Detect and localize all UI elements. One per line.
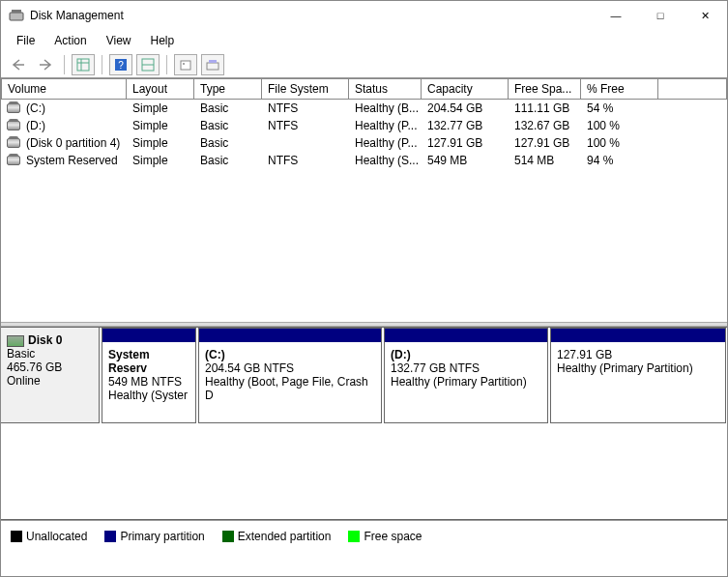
cell-free: 514 MB: [509, 154, 581, 167]
toolbar-list-icon[interactable]: [136, 54, 160, 75]
disk-state: Online: [7, 374, 93, 388]
cell-free: 111.11 GB: [509, 101, 581, 115]
minimize-button[interactable]: —: [594, 1, 638, 30]
col-layout[interactable]: Layout: [127, 78, 194, 100]
partition-bar: [199, 329, 381, 342]
col-spacer: [658, 78, 727, 100]
cell-free: 132.67 GB: [509, 119, 581, 132]
disk-map: Disk 0 Basic 465.76 GB Online System Res…: [1, 327, 727, 520]
partition[interactable]: (D:)132.77 GB NTFSHealthy (Primary Parti…: [384, 328, 548, 423]
window-title: Disk Management: [30, 9, 594, 22]
disk-label: Disk 0: [28, 333, 62, 347]
drive-icon: [7, 156, 20, 165]
legend-free: Free space: [364, 530, 422, 543]
maximize-button[interactable]: □: [638, 1, 683, 30]
partition-size: 132.77 GB NTFS: [391, 361, 541, 375]
partition-name: (C:): [205, 348, 375, 361]
cell-status: Healthy (S...: [349, 154, 422, 167]
partition-bar: [551, 329, 725, 342]
menu-help[interactable]: Help: [141, 32, 185, 49]
partition-bar: [102, 329, 195, 342]
disk-icon: [7, 335, 24, 347]
cell-capacity: 549 MB: [422, 154, 509, 167]
cell-type: Basic: [194, 119, 262, 132]
cell-status: Healthy (B...: [349, 101, 422, 115]
table-row[interactable]: System ReservedSimpleBasicNTFSHealthy (S…: [1, 152, 727, 169]
col-freespace[interactable]: Free Spa...: [509, 78, 581, 100]
col-capacity[interactable]: Capacity: [422, 78, 509, 100]
menu-view[interactable]: View: [97, 32, 141, 49]
partition[interactable]: 127.91 GBHealthy (Primary Partition): [550, 328, 726, 423]
cell-fs: NTFS: [262, 119, 349, 132]
cell-name: (Disk 0 partition 4): [1, 136, 127, 150]
legend: Unallocated Primary partition Extended p…: [1, 520, 727, 551]
cell-type: Basic: [194, 154, 262, 167]
col-status[interactable]: Status: [349, 78, 422, 100]
toolbar-settings-icon[interactable]: [201, 54, 224, 75]
svg-text:?: ?: [118, 60, 124, 71]
partition[interactable]: System Reserv549 MB NTFSHealthy (Syster: [102, 328, 196, 423]
cell-capacity: 127.91 GB: [422, 136, 509, 150]
toolbar: ?: [1, 51, 727, 78]
partition-bar: [385, 329, 547, 342]
legend-unallocated: Unallocated: [26, 530, 87, 543]
table-row[interactable]: (Disk 0 partition 4)SimpleBasicHealthy (…: [1, 134, 727, 152]
cell-pct: 94 %: [581, 154, 658, 167]
disk-info[interactable]: Disk 0 Basic 465.76 GB Online: [1, 328, 100, 423]
cell-name: System Reserved: [1, 154, 127, 167]
svg-rect-2: [77, 59, 89, 71]
menu-bar: File Action View Help: [1, 30, 727, 51]
partition-size: 549 MB NTFS: [108, 375, 189, 389]
help-icon[interactable]: ?: [109, 54, 132, 75]
col-volume[interactable]: Volume: [1, 78, 127, 100]
table-row[interactable]: (C:)SimpleBasicNTFSHealthy (B...204.54 G…: [1, 100, 727, 117]
menu-file[interactable]: File: [7, 32, 44, 49]
partition-status: Healthy (Syster: [108, 389, 189, 402]
cell-status: Healthy (P...: [349, 119, 422, 132]
cell-capacity: 132.77 GB: [422, 119, 509, 132]
forward-button[interactable]: [34, 54, 57, 75]
volume-list: Volume Layout Type File System Status Ca…: [1, 78, 727, 322]
partition-name: (D:): [391, 348, 541, 361]
disk-size: 465.76 GB: [7, 361, 93, 374]
swatch-extended: [222, 531, 234, 542]
toolbar-view-icon[interactable]: [72, 54, 95, 75]
cell-type: Basic: [194, 136, 262, 150]
cell-fs: NTFS: [262, 101, 349, 115]
col-filesystem[interactable]: File System: [262, 78, 349, 100]
svg-rect-9: [181, 61, 190, 70]
drive-icon: [7, 121, 20, 130]
column-headers: Volume Layout Type File System Status Ca…: [1, 78, 727, 100]
svg-point-10: [183, 63, 185, 65]
close-button[interactable]: ✕: [683, 1, 727, 30]
drive-icon: [7, 103, 20, 113]
swatch-primary: [104, 531, 116, 542]
app-icon: [9, 8, 24, 23]
cell-layout: Simple: [127, 101, 194, 115]
cell-layout: Simple: [127, 154, 194, 167]
cell-pct: 100 %: [581, 119, 658, 132]
menu-action[interactable]: Action: [44, 32, 96, 49]
cell-pct: 54 %: [581, 101, 658, 115]
svg-rect-12: [209, 60, 217, 63]
cell-status: Healthy (P...: [349, 136, 422, 150]
cell-name: (C:): [1, 101, 127, 115]
drive-icon: [7, 138, 20, 148]
cell-name: (D:): [1, 119, 127, 132]
swatch-unallocated: [11, 531, 22, 542]
legend-extended: Extended partition: [238, 530, 332, 543]
cell-pct: 100 %: [581, 136, 658, 150]
col-type[interactable]: Type: [194, 78, 262, 100]
partition[interactable]: (C:)204.54 GB NTFSHealthy (Boot, Page Fi…: [198, 328, 382, 423]
partition-status: Healthy (Boot, Page File, Crash D: [205, 375, 375, 402]
col-pctfree[interactable]: % Free: [581, 78, 658, 100]
svg-rect-11: [207, 63, 218, 70]
toolbar-properties-icon[interactable]: [174, 54, 197, 75]
cell-layout: Simple: [127, 136, 194, 150]
legend-primary: Primary partition: [120, 530, 204, 543]
partition-size: 204.54 GB NTFS: [205, 361, 375, 375]
back-button[interactable]: [7, 54, 30, 75]
disk-type: Basic: [7, 347, 93, 361]
cell-free: 127.91 GB: [509, 136, 581, 150]
table-row[interactable]: (D:)SimpleBasicNTFSHealthy (P...132.77 G…: [1, 117, 727, 134]
